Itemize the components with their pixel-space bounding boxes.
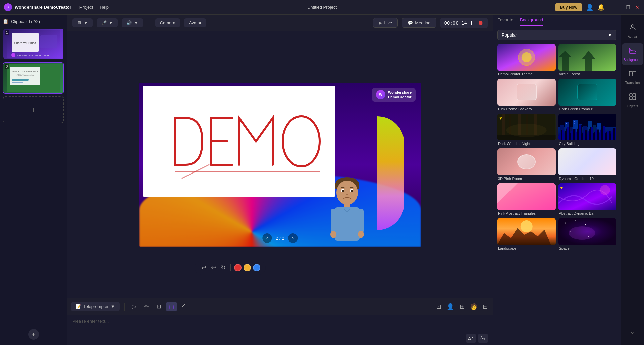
teleprompter-toggle[interactable]: 📝 Teleprompter ▼ — [71, 302, 120, 311]
buy-now-button[interactable]: Buy Now — [555, 3, 582, 11]
mic-button[interactable]: 🎤 ▼ — [97, 18, 118, 27]
color-blue[interactable] — [253, 264, 260, 271]
pause-button[interactable]: ⏸ — [470, 20, 475, 26]
undo-button[interactable]: ↩ — [200, 263, 208, 272]
filter-dropdown[interactable]: Popular ▼ — [497, 30, 616, 40]
svg-point-65 — [575, 220, 576, 221]
tab-background[interactable]: Background — [520, 17, 543, 26]
space-svg — [558, 218, 617, 245]
bg-thumb-abstract-dynamic — [558, 183, 617, 210]
font-size-up-button[interactable]: A▲ — [466, 334, 476, 343]
background-grid: DemoCreator Theme 1 — [497, 44, 616, 250]
svg-rect-22 — [358, 209, 364, 234]
menu-project[interactable]: Project — [79, 5, 93, 10]
bg-item-pink-abstract[interactable]: Pink Abstract Triangles — [497, 183, 556, 215]
bg-item-3d-pink[interactable]: 3D Pink Room — [497, 148, 556, 181]
select-tool[interactable]: ⬚ — [166, 302, 177, 311]
teleprompter-icon: 📝 — [76, 304, 81, 309]
recording-toolbar: 🖥 ▼ 🎤 ▼ 🔊 ▼ Camera Avatar — [67, 15, 493, 31]
layout-button[interactable]: ⊞ — [458, 302, 466, 312]
bg-label-dark-green: Dark Green Promo B... — [558, 107, 617, 111]
bg-item-city-buildings[interactable]: City Buildings — [558, 114, 617, 146]
shape-tool[interactable]: ⛏ — [179, 302, 190, 311]
add-slide-button[interactable]: + — [28, 329, 39, 340]
scroll-down[interactable] — [630, 330, 635, 337]
bg-item-landscape[interactable]: Landscape — [497, 218, 556, 250]
svg-rect-77 — [630, 94, 632, 96]
svg-text:Wondershare DemoCreator: Wondershare DemoCreator — [17, 54, 50, 57]
cursor-tool[interactable]: ▷ — [129, 302, 139, 311]
clear-button[interactable]: ↺ — [219, 263, 227, 272]
teleprompter-chevron: ▼ — [111, 304, 115, 309]
clip-item-1[interactable]: 1 Share Your Idea Wondershare DemoCreato… — [3, 28, 64, 60]
user-icon[interactable]: 👤 — [586, 4, 593, 11]
close-button[interactable]: ✕ — [635, 5, 640, 10]
svg-rect-21 — [331, 209, 336, 234]
webcam-view-button[interactable]: 👤 — [445, 302, 455, 312]
sidebar-item-background[interactable]: Background — [622, 43, 643, 65]
project-title: Untitled Project — [307, 5, 337, 10]
screen-view-button[interactable]: ⊡ — [435, 302, 443, 312]
clip-number-2: 2 — [5, 64, 9, 69]
teleprompter-bar: 📝 Teleprompter ▼ ▷ ✏ ⊡ ⬚ ⛏ ⊡ 👤 ⊞ 🧑 ⊟ — [67, 298, 493, 315]
add-clip-button[interactable]: + — [3, 96, 64, 123]
scene-avatar — [327, 163, 367, 247]
bg-item-dark-green[interactable]: Dark Green Promo B... — [558, 79, 617, 111]
sidebar-item-avatar[interactable]: Avatar — [622, 20, 643, 42]
nav-prev-button[interactable]: ‹ — [262, 233, 272, 243]
bg-item-space[interactable]: Space — [558, 218, 617, 250]
right-tools: ⊡ 👤 ⊞ 🧑 ⊟ — [435, 302, 489, 312]
logo-icon: ✦ — [4, 3, 12, 11]
panel-tabs: Favorite Background — [493, 15, 621, 26]
menu-help[interactable]: Help — [100, 5, 109, 10]
record-button[interactable]: ⏺ — [478, 19, 484, 26]
tab-favorite[interactable]: Favorite — [497, 17, 513, 26]
bg-thumb-democreator — [497, 44, 556, 71]
clip-thumb-1: Share Your Idea Wondershare DemoCreator — [3, 29, 63, 59]
sidebar-item-transition[interactable]: Transition — [622, 66, 643, 88]
teleprompter-text-area[interactable]: Please enter text... — [67, 315, 493, 332]
maximize-button[interactable]: ❐ — [625, 5, 631, 10]
bg-item-pink-promo[interactable]: Pink Promo Backgro... — [497, 79, 556, 111]
nav-next-button[interactable]: › — [288, 233, 298, 243]
svg-point-18 — [351, 190, 353, 192]
bg-item-virgin-forest[interactable]: Virgin Forest — [558, 44, 617, 76]
screen-button[interactable]: 🖥 ▼ — [72, 18, 93, 27]
live-button[interactable]: ▶ Live — [373, 18, 398, 28]
bg-item-dynamic-gradient[interactable]: Dynamic Gradient 10 — [558, 148, 617, 181]
bg-label-virgin-forest: Virgin Forest — [558, 72, 617, 76]
clip-item-2[interactable]: 2 How To Use PowerPoint A Brief Introduc… — [3, 62, 64, 94]
bg-thumb-pink-promo — [497, 79, 556, 106]
titlebar: ✦ Wondershare DemoCreator Project Help U… — [0, 0, 644, 15]
minimize-button[interactable]: — — [616, 5, 621, 10]
settings-view-button[interactable]: ⊟ — [481, 302, 489, 312]
bg-item-democreator-theme[interactable]: DemoCreator Theme 1 — [497, 44, 556, 76]
speaker-button[interactable]: 🔊 ▼ — [122, 18, 143, 27]
notification-icon[interactable]: 🔔 — [597, 4, 605, 11]
clipboard-icon: 📋 — [3, 19, 8, 24]
meeting-button[interactable]: 💬 Meeting — [402, 18, 436, 28]
color-red[interactable] — [234, 264, 241, 271]
canvas-area: 🖥 ▼ 🎤 ▼ 🔊 ▼ Camera Avatar — [67, 15, 493, 345]
city-buildings-svg — [558, 114, 617, 140]
font-size-down-button[interactable]: A▼ — [478, 334, 488, 343]
sidebar-item-objects[interactable]: Objects — [622, 89, 643, 111]
redo-button[interactable]: ↩ — [210, 263, 217, 272]
bg-thumb-space — [558, 218, 617, 245]
teleprompter-content: Please enter text... A▲ A▼ — [67, 315, 493, 345]
svg-rect-80 — [633, 97, 636, 100]
textbox-tool[interactable]: ⊡ — [154, 302, 164, 311]
color-yellow[interactable] — [244, 264, 251, 271]
bg-thumb-dark-green — [558, 79, 617, 106]
bg-item-dark-wood[interactable]: ♥ — [497, 114, 556, 146]
bg-item-abstract-dynamic[interactable]: ♥ — [558, 183, 617, 215]
person-view-button[interactable]: 🧑 — [469, 302, 479, 312]
svg-rect-47 — [597, 123, 601, 140]
camera-button[interactable]: Camera — [155, 18, 180, 27]
titlebar-divider — [610, 4, 610, 11]
pen-tool[interactable]: ✏ — [142, 302, 151, 311]
teleprompter-label: Teleprompter — [83, 304, 109, 309]
live-label: Live — [384, 20, 392, 25]
avatar-button[interactable]: Avatar — [184, 18, 206, 27]
svg-rect-3 — [40, 35, 57, 48]
